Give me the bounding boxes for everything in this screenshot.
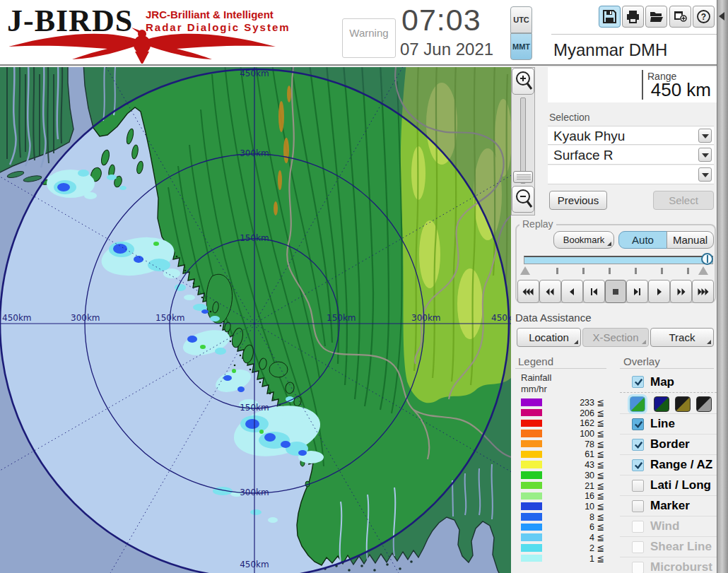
eagle-logo-icon: [7, 27, 277, 64]
replay-slider-thumb[interactable]: [701, 253, 713, 265]
zoom-slider-thumb[interactable]: [513, 171, 533, 183]
x-section-button[interactable]: X-Section: [582, 328, 649, 347]
auto-button[interactable]: Auto: [618, 231, 667, 249]
checkbox[interactable]: [632, 439, 644, 451]
legend-color-swatch: [521, 482, 542, 490]
slider-end-marker[interactable]: [698, 266, 708, 275]
slider-start-marker[interactable]: [520, 266, 530, 275]
step-forward-button[interactable]: [626, 280, 648, 303]
previous-button[interactable]: Previous: [549, 191, 607, 210]
help-button[interactable]: ?: [693, 6, 715, 28]
mmt-button[interactable]: MMT: [510, 33, 532, 60]
overlay-row[interactable]: Border: [620, 434, 717, 454]
legend-value: 21 ≦: [585, 480, 604, 491]
svg-text:?: ?: [701, 12, 706, 22]
checkbox[interactable]: [632, 418, 644, 430]
stop-button[interactable]: [605, 280, 627, 303]
map-theme-black-gray[interactable]: [696, 396, 712, 412]
zoom-in-icon: [512, 69, 534, 94]
manual-button[interactable]: Manual: [667, 231, 714, 249]
svg-text:300km: 300km: [71, 313, 100, 323]
add-window-button[interactable]: [669, 6, 691, 28]
overlay-row[interactable]: Microburst: [620, 557, 717, 573]
checkbox[interactable]: [632, 541, 644, 553]
jump-to-start-button[interactable]: [517, 280, 539, 303]
overlay-row[interactable]: Line: [620, 413, 717, 434]
selection-dropdown-site[interactable]: Kyauk Phyu: [548, 126, 714, 145]
checkbox[interactable]: [632, 521, 644, 533]
selection-label: Selection: [549, 112, 590, 123]
open-folder-button[interactable]: [645, 6, 667, 28]
legend-value: 162 ≦: [580, 418, 604, 428]
play-button[interactable]: [648, 280, 670, 303]
legend-scale: 233 ≦ 206 ≦ 162 ≦ 100 ≦ 78 ≦ 61 ≦ 43 ≦: [521, 397, 604, 564]
checkbox[interactable]: [632, 459, 644, 471]
legend-value: 1 ≦: [589, 553, 604, 564]
window-edge-strip[interactable]: [717, 0, 728, 573]
overlay-row[interactable]: Wind: [620, 516, 717, 536]
checkbox[interactable]: [632, 500, 644, 512]
step-back-button[interactable]: [583, 280, 605, 303]
replay-slider-track[interactable]: [524, 256, 713, 264]
fast-rewind-button[interactable]: [539, 280, 561, 303]
legend-row: 100 ≦: [521, 428, 604, 439]
data-assistance-label: Data Assistance: [515, 312, 592, 324]
overlay-row[interactable]: Shear Line: [620, 536, 717, 557]
legend-row: 43 ≦: [521, 459, 604, 470]
svg-text:150km: 150km: [155, 313, 185, 323]
legend-value: 233 ≦: [580, 397, 604, 408]
legend-value: 10 ≦: [585, 501, 604, 512]
legend-label: Legend: [518, 355, 553, 367]
track-button[interactable]: Track: [650, 328, 714, 347]
overlay-row[interactable]: Map: [620, 372, 717, 392]
legend-value: 100 ≦: [580, 428, 604, 439]
overlay-row[interactable]: Range / AZ: [620, 454, 717, 475]
warning-button[interactable]: Warning: [342, 18, 396, 58]
svg-text:450km: 450km: [240, 69, 269, 78]
fast-forward-button[interactable]: [670, 280, 692, 303]
overlay-row[interactable]: Marker: [620, 495, 717, 516]
replay-label: Replay: [519, 218, 556, 230]
replay-group: Replay Bookmark Auto Manual: [515, 224, 716, 303]
play-reverse-button[interactable]: [561, 280, 583, 303]
zoom-in-button[interactable]: [512, 68, 534, 95]
legend-color-swatch: [521, 524, 542, 531]
legend-row: 4 ≦: [521, 532, 604, 543]
legend-row: 2 ≦: [521, 543, 604, 553]
bookmark-button[interactable]: Bookmark: [553, 231, 614, 249]
legend-color-swatch: [521, 409, 542, 417]
zoom-out-button[interactable]: [512, 186, 534, 213]
legend-value: 206 ≦: [580, 408, 604, 418]
selection-dropdown-product[interactable]: Surface R: [548, 146, 714, 165]
location-button[interactable]: Location: [517, 328, 581, 347]
map-theme-black-olive[interactable]: [675, 396, 691, 412]
svg-text:300km: 300km: [411, 313, 441, 323]
map-theme-navy-darkgreen[interactable]: [654, 396, 669, 412]
logo-subtitle-1: JRC-Brilliant & Intelligent: [146, 8, 274, 20]
dropdown-arrow-icon[interactable]: [698, 167, 712, 182]
select-button[interactable]: Select: [653, 191, 714, 210]
map-theme-blue-green[interactable]: [630, 396, 645, 412]
range-value: 450 km: [651, 79, 711, 101]
legend-value: 16 ≦: [585, 490, 604, 501]
dropdown-arrow-icon[interactable]: [698, 129, 712, 143]
legend-row: 30 ≦: [521, 470, 604, 480]
legend-value: 4 ≦: [589, 532, 604, 543]
legend-row: 6 ≦: [521, 522, 604, 533]
dropdown-arrow-icon[interactable]: [698, 148, 712, 162]
utc-button[interactable]: UTC: [510, 6, 532, 33]
print-button[interactable]: [622, 6, 644, 28]
legend-row: 233 ≦: [521, 397, 604, 408]
clock-time: 07:03: [401, 3, 481, 37]
save-button[interactable]: [599, 6, 621, 28]
checkbox[interactable]: [632, 562, 644, 573]
checkbox[interactable]: [632, 376, 644, 388]
overlay-row[interactable]: Lati / Long: [620, 475, 717, 495]
radar-map[interactable]: 450km 300km 150km 150km 300km 450km 450k…: [0, 67, 511, 573]
jump-to-end-button[interactable]: [692, 280, 714, 303]
legend-row: 206 ≦: [521, 408, 604, 418]
legend-color-swatch: [521, 471, 542, 479]
collapse-panel-arrow-icon[interactable]: [719, 12, 724, 20]
checkbox[interactable]: [632, 480, 644, 492]
selection-dropdown-extra[interactable]: [548, 165, 714, 184]
